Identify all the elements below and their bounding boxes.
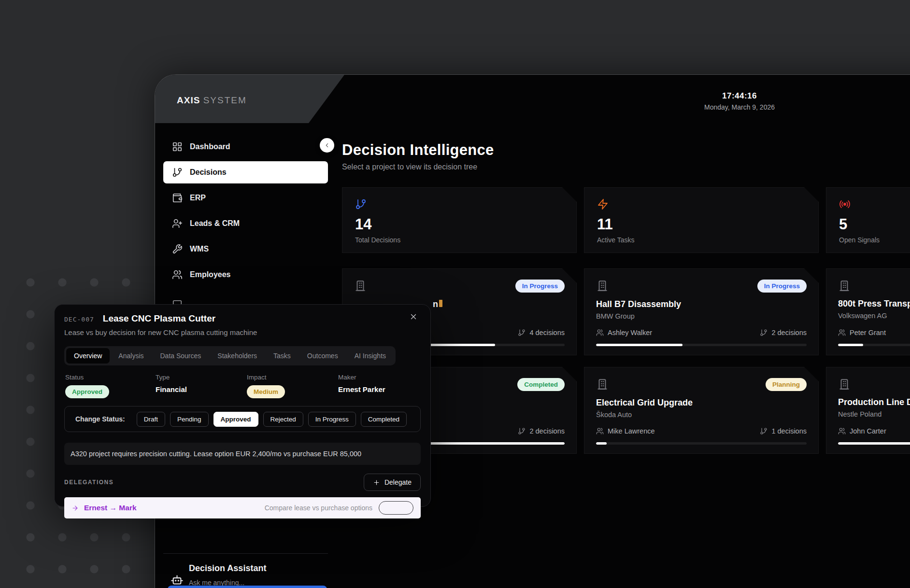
progress-bar (838, 344, 910, 346)
tab-analysis[interactable]: Analysis (111, 348, 151, 364)
assistant-input[interactable] (168, 586, 327, 588)
delegation-status-pill[interactable] (379, 501, 413, 515)
git-branch-icon (172, 167, 183, 178)
decision-assistant[interactable]: Decision Assistant Ask me anything... (170, 563, 329, 587)
zap-icon (597, 198, 609, 210)
stat-label: Open Signals (839, 236, 910, 244)
field-impact: Impact Medium (247, 374, 338, 398)
delegation-row[interactable]: Ernest → Mark Compare lease vs purchase … (64, 497, 421, 518)
sidebar-item-label: Decisions (190, 168, 227, 177)
status-option-rejected[interactable]: Rejected (263, 412, 303, 427)
status-option-completed[interactable]: Completed (361, 412, 407, 427)
project-company: Nestle Poland (838, 410, 910, 418)
status-badge: Planning (766, 378, 807, 391)
sidebar-item-dashboard[interactable]: Dashboard (163, 136, 328, 158)
project-card-electrical-grid[interactable]: Planning Electrical Grid Upgrade Škoda A… (584, 367, 819, 454)
git-branch-icon (760, 427, 768, 435)
project-card-production-line[interactable]: Production Line D Nestle Poland John Car… (826, 367, 910, 454)
project-company: BMW Group (596, 312, 807, 320)
field-type: Type Financial (156, 374, 247, 398)
project-title: 800t Press Transp (838, 299, 910, 309)
project-company: Volkswagen AG (838, 312, 910, 320)
decision-subtitle: Lease vs buy decision for new CNC plasma… (64, 328, 421, 336)
field-maker: Maker Ernest Parker (338, 374, 421, 398)
assistant-divider (163, 553, 328, 554)
stat-active-tasks[interactable]: 11 Active Tasks (584, 187, 819, 253)
tab-outcomes[interactable]: Outcomes (299, 348, 346, 364)
status-option-draft[interactable]: Draft (137, 412, 165, 427)
building-icon (838, 378, 851, 391)
wallet-icon (172, 193, 183, 203)
users-icon (172, 269, 183, 280)
status-pill: Approved (65, 385, 109, 398)
sidebar-collapse-button[interactable] (320, 138, 334, 153)
logo-bold: AXIS (177, 95, 200, 105)
progress-bar (596, 442, 807, 445)
project-card-800t-press[interactable]: 800t Press Transp Volkswagen AG Peter Gr… (826, 268, 910, 355)
users-icon (596, 329, 604, 336)
decisions-count: 1 decisions (760, 427, 807, 435)
sidebar-item-label: ERP (190, 194, 206, 202)
sidebar-item-erp[interactable]: ERP (163, 187, 328, 209)
logo-light: SYSTEM (203, 95, 247, 105)
stats-row: 14 Total Decisions 11 Active Tasks 5 Ope… (342, 187, 910, 253)
tab-tasks[interactable]: Tasks (266, 348, 299, 364)
stat-total-decisions[interactable]: 14 Total Decisions (342, 187, 577, 253)
users-icon (838, 329, 846, 336)
radio-icon (839, 198, 851, 210)
project-title: Hall B7 Disassembly (596, 299, 807, 309)
tab-overview[interactable]: Overview (66, 348, 110, 364)
tab-data-sources[interactable]: Data Sources (153, 348, 209, 364)
sidebar-item-employees[interactable]: Employees (163, 264, 328, 286)
tab-stakeholders[interactable]: Stakeholders (210, 348, 265, 364)
delegations-label: DELEGATIONS (64, 479, 114, 486)
stat-open-signals[interactable]: 5 Open Signals (826, 187, 910, 253)
sidebar-item-label: Dashboard (190, 142, 230, 151)
users-icon (596, 427, 604, 435)
project-owner: Mike Lawrence (596, 427, 655, 435)
building-icon (596, 378, 609, 391)
sidebar-item-leads-crm[interactable]: Leads & CRM (163, 212, 328, 235)
clock: 17:44:16 Monday, March 9, 2026 (679, 91, 800, 111)
git-branch-icon (518, 329, 526, 336)
project-company: Škoda Auto (596, 411, 807, 419)
progress-bar (596, 344, 807, 346)
users-icon (838, 427, 846, 435)
app-logo: AXIS SYSTEM (177, 95, 247, 106)
delegation-task: Compare lease vs purchase options (265, 504, 372, 512)
status-badge: In Progress (757, 280, 807, 293)
project-owner: Ashley Walker (596, 329, 652, 336)
sidebar-item-decisions[interactable]: Decisions (163, 161, 328, 183)
sidebar-item-wms[interactable]: WMS (163, 238, 328, 260)
delegation-from-to: Ernest → Mark (84, 504, 137, 512)
git-branch-icon (760, 329, 768, 336)
impact-pill: Medium (247, 385, 285, 398)
close-button[interactable] (409, 312, 420, 323)
decisions-count: 4 decisions (518, 329, 565, 336)
field-status: Status Approved (65, 374, 156, 398)
project-owner: John Carter (838, 427, 886, 435)
wrench-icon (172, 244, 183, 254)
user-plus-icon (172, 218, 183, 229)
status-option-approved[interactable]: Approved (213, 412, 258, 427)
delegate-button[interactable]: Delegate (364, 474, 421, 491)
tab-ai-insights[interactable]: AI Insights (347, 348, 394, 364)
project-card-hall-b7[interactable]: In Progress Hall B7 Disassembly BMW Grou… (584, 268, 819, 355)
decision-modal: DEC-007 Lease CNC Plasma Cutter Lease vs… (54, 304, 431, 507)
close-icon (409, 312, 418, 321)
sidebar-item-label: Employees (190, 270, 230, 279)
project-title: Production Line D (838, 397, 910, 407)
decisions-count: 2 decisions (760, 329, 807, 336)
decision-note: A320 project requires precision cutting.… (64, 443, 421, 465)
modal-tabs: Overview Analysis Data Sources Stakehold… (64, 346, 396, 365)
change-status-bar: Change Status: Draft Pending Approved Re… (64, 406, 421, 432)
status-option-in-progress[interactable]: In Progress (308, 412, 356, 427)
clock-date: Monday, March 9, 2026 (679, 103, 800, 111)
decision-fields: Status Approved Type Financial Impact Me… (64, 374, 421, 398)
status-option-pending[interactable]: Pending (170, 412, 209, 427)
assistant-title: Decision Assistant (189, 563, 329, 574)
stat-value: 14 (355, 216, 564, 233)
building-icon (354, 280, 367, 292)
building-icon (596, 280, 609, 292)
grid-icon (172, 141, 183, 152)
